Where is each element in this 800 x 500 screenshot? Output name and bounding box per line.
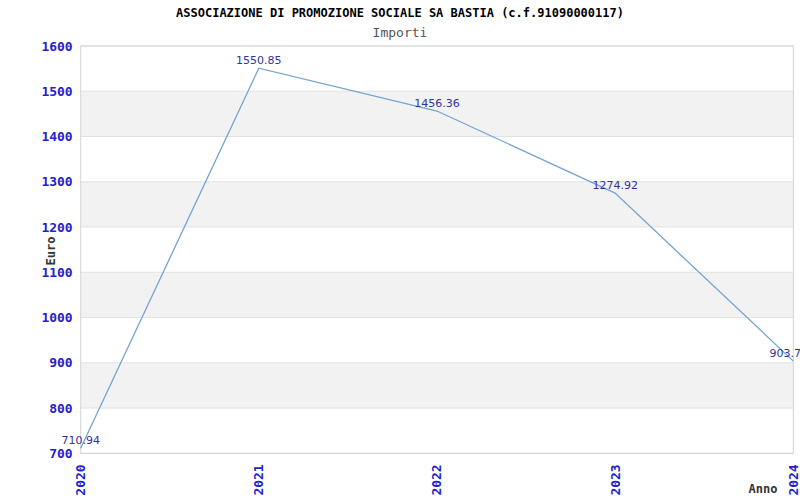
x-tick-label: 2022 xyxy=(430,464,445,495)
chart-canvas: ASSOCIAZIONE DI PROMOZIONE SOCIALE SA BA… xyxy=(0,0,800,500)
x-tick-label: 2024 xyxy=(786,464,800,495)
plot-band xyxy=(81,408,794,453)
plot-band xyxy=(81,137,794,182)
x-tick-label: 2023 xyxy=(608,464,623,495)
line-chart-plot: 7008009001000110012001300140015001600202… xyxy=(0,0,800,500)
value-label: 710.94 xyxy=(61,434,100,447)
plot-band xyxy=(81,227,794,272)
value-label: 1550.85 xyxy=(236,54,282,67)
plot-band xyxy=(81,272,794,317)
y-tick-label: 1100 xyxy=(41,265,72,280)
y-tick-label: 700 xyxy=(49,446,73,461)
x-tick-label: 2020 xyxy=(73,464,88,495)
value-label: 1456.36 xyxy=(414,97,460,110)
value-label: 903.7 xyxy=(770,347,800,360)
y-tick-label: 800 xyxy=(49,401,73,416)
y-tick-label: 1600 xyxy=(41,39,72,54)
value-label: 1274.92 xyxy=(592,179,638,192)
y-tick-label: 1500 xyxy=(41,84,72,99)
x-tick-label: 2021 xyxy=(251,464,266,495)
plot-band xyxy=(81,46,794,91)
y-tick-label: 1300 xyxy=(41,174,72,189)
y-tick-label: 1000 xyxy=(41,310,72,325)
y-tick-label: 1200 xyxy=(41,220,72,235)
plot-band xyxy=(81,318,794,363)
plot-band xyxy=(81,363,794,408)
y-tick-label: 1400 xyxy=(41,129,72,144)
y-tick-label: 900 xyxy=(49,355,73,370)
